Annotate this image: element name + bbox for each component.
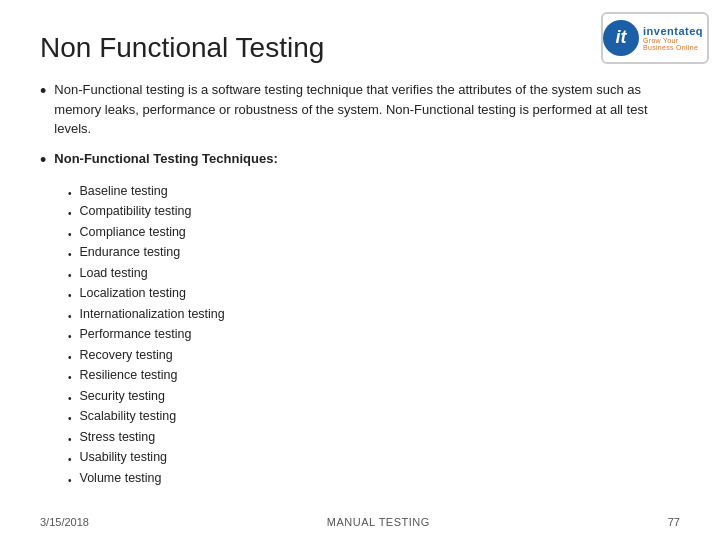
technique-label: Stress testing — [80, 428, 156, 447]
paragraph2-label-strong: Non-Functional Testing Techniques: — [54, 151, 277, 166]
footer-page: 77 — [668, 516, 680, 528]
bullet-symbol-1: • — [40, 80, 46, 103]
logo-circle: it — [603, 20, 639, 56]
list-item: • Resilience testing — [68, 366, 680, 386]
technique-label: Resilience testing — [80, 366, 178, 385]
technique-label: Compliance testing — [80, 223, 186, 242]
technique-bullet-icon: • — [68, 391, 72, 407]
logo-tagline: Grow Your Business Online — [643, 37, 707, 51]
technique-bullet-icon: • — [68, 452, 72, 468]
list-item: • Baseline testing — [68, 182, 680, 202]
footer-center: MANUAL TESTING — [327, 516, 430, 528]
technique-bullet-icon: • — [68, 227, 72, 243]
list-item: • Usability testing — [68, 448, 680, 468]
list-item: • Compatibility testing — [68, 202, 680, 222]
technique-bullet-icon: • — [68, 288, 72, 304]
technique-label: Recovery testing — [80, 346, 173, 365]
list-item: • Scalability testing — [68, 407, 680, 427]
technique-bullet-icon: • — [68, 186, 72, 202]
bullet-symbol-2: • — [40, 149, 46, 172]
technique-label: Endurance testing — [80, 243, 181, 262]
list-item: • Localization testing — [68, 284, 680, 304]
techniques-list: • Baseline testing • Compatibility testi… — [68, 182, 680, 489]
logo-brand: inventateq — [643, 25, 707, 37]
technique-label: Baseline testing — [80, 182, 168, 201]
technique-bullet-icon: • — [68, 206, 72, 222]
list-item: • Recovery testing — [68, 346, 680, 366]
bullet-paragraph2: • Non-Functional Testing Techniques: — [40, 149, 680, 172]
technique-label: Load testing — [80, 264, 148, 283]
technique-bullet-icon: • — [68, 350, 72, 366]
content-area: • Non-Functional testing is a software t… — [40, 80, 680, 488]
logo-initial: it — [616, 27, 627, 48]
technique-label: Scalability testing — [80, 407, 177, 426]
technique-label: Usability testing — [80, 448, 168, 467]
technique-bullet-icon: • — [68, 309, 72, 325]
technique-bullet-icon: • — [68, 268, 72, 284]
technique-bullet-icon: • — [68, 247, 72, 263]
paragraph1-text: Non-Functional testing is a software tes… — [54, 80, 680, 139]
list-item: • Security testing — [68, 387, 680, 407]
technique-bullet-icon: • — [68, 432, 72, 448]
footer: 3/15/2018 MANUAL TESTING 77 — [40, 516, 680, 528]
logo-area: it inventateq Grow Your Business Online — [600, 10, 710, 65]
logo-box: it inventateq Grow Your Business Online — [601, 12, 709, 64]
technique-label: Volume testing — [80, 469, 162, 488]
footer-date: 3/15/2018 — [40, 516, 89, 528]
list-item: • Compliance testing — [68, 223, 680, 243]
paragraph2-label: Non-Functional Testing Techniques: — [54, 149, 277, 169]
technique-label: Performance testing — [80, 325, 192, 344]
technique-bullet-icon: • — [68, 370, 72, 386]
technique-bullet-icon: • — [68, 473, 72, 489]
list-item: • Endurance testing — [68, 243, 680, 263]
logo-text-area: inventateq Grow Your Business Online — [643, 25, 707, 51]
technique-label: Localization testing — [80, 284, 186, 303]
list-item: • Volume testing — [68, 469, 680, 489]
technique-bullet-icon: • — [68, 329, 72, 345]
list-item: • Performance testing — [68, 325, 680, 345]
bullet-paragraph1: • Non-Functional testing is a software t… — [40, 80, 680, 139]
slide-title: Non Functional Testing — [40, 28, 680, 64]
list-item: • Load testing — [68, 264, 680, 284]
technique-label: Security testing — [80, 387, 165, 406]
technique-bullet-icon: • — [68, 411, 72, 427]
list-item: • Stress testing — [68, 428, 680, 448]
technique-label: Compatibility testing — [80, 202, 192, 221]
technique-label: Internationalization testing — [80, 305, 225, 324]
slide: it inventateq Grow Your Business Online … — [0, 0, 720, 540]
list-item: • Internationalization testing — [68, 305, 680, 325]
